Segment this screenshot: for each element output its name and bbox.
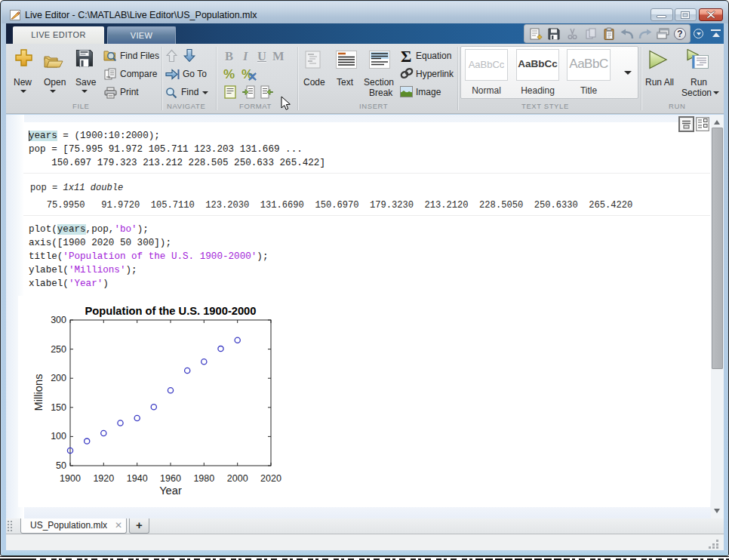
svg-text:1980: 1980 — [193, 473, 214, 484]
svg-text:1900: 1900 — [60, 473, 81, 484]
svg-text:1920: 1920 — [93, 473, 114, 484]
svg-text:250: 250 — [51, 344, 66, 355]
svg-text:200: 200 — [51, 373, 66, 383]
svg-text:Millions: Millions — [32, 374, 45, 411]
svg-text:2020: 2020 — [260, 473, 281, 484]
svg-text:100: 100 — [51, 431, 66, 442]
svg-text:300: 300 — [51, 315, 66, 325]
svg-text:Year: Year — [159, 485, 182, 497]
svg-text:Population of the U.S. 1900-20: Population of the U.S. 1900-2000 — [85, 305, 257, 317]
svg-text:2000: 2000 — [227, 473, 248, 484]
svg-text:1960: 1960 — [160, 473, 181, 484]
svg-text:50: 50 — [56, 460, 66, 471]
svg-text:1940: 1940 — [127, 473, 148, 484]
svg-text:150: 150 — [51, 402, 66, 413]
